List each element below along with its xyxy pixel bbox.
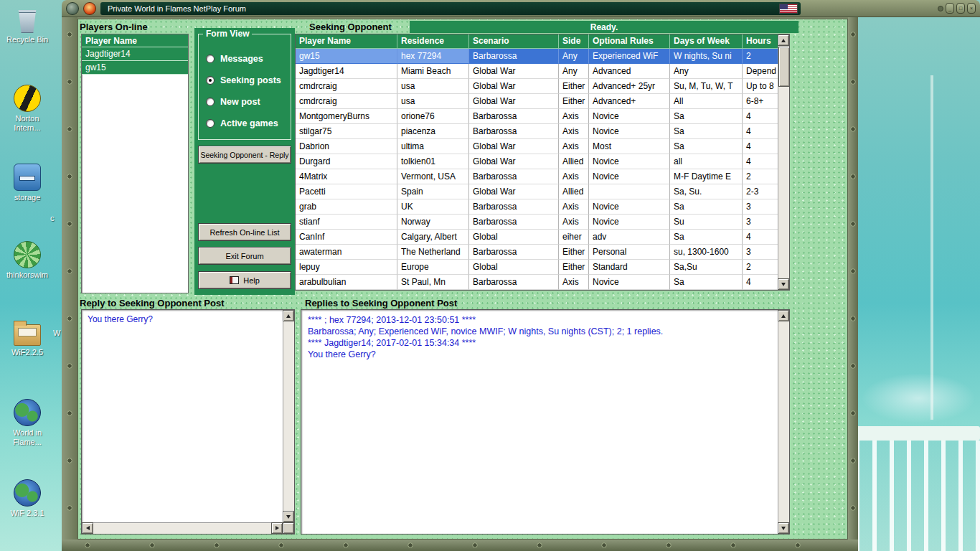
radio-label: Seeking posts: [220, 75, 281, 85]
column-header[interactable]: Hours: [743, 34, 779, 49]
reply-line: **** Jagdtiger14; 2017-02-01 15:34:34 **…: [308, 337, 772, 349]
window-menu-icon[interactable]: [938, 6, 943, 11]
refresh-online-list-button[interactable]: Refresh On-line List: [198, 223, 291, 241]
reply-vscrollbar[interactable]: [283, 310, 294, 522]
table-cell: Up to 8: [743, 79, 779, 94]
minimize-button[interactable]: _: [946, 3, 954, 14]
column-header[interactable]: Optional Rules: [589, 34, 670, 49]
desktop-icon-thinkorswim[interactable]: thinkorswim: [1, 241, 53, 280]
table-row[interactable]: CanInfCalgary, AlbertGlobaleiheradvSa4: [296, 230, 779, 245]
table-cell: Any: [559, 64, 589, 79]
radio-label: Messages: [220, 54, 263, 64]
table-row[interactable]: cmdrcraigusaGlobal WarEitherAdvanced+ 25…: [296, 79, 779, 94]
desktop-icon-wif225[interactable]: WiF2.2.5: [1, 320, 53, 357]
table-cell: gw15: [296, 49, 397, 64]
reply-hscrollbar[interactable]: [82, 522, 283, 534]
help-button[interactable]: Help: [198, 271, 291, 289]
table-cell: Barbarossa: [469, 109, 559, 124]
seeking-opponent-reply-button[interactable]: Seeking Opponent - Reply: [198, 146, 291, 164]
table-cell: usa: [397, 94, 469, 109]
desktop-icon-wif231[interactable]: WiF 2.3.1: [1, 479, 53, 518]
scroll-left-icon[interactable]: [82, 522, 93, 534]
table-cell: Novice: [589, 215, 670, 230]
table-row[interactable]: Jagdtiger14Miami BeachGlobal WarAnyAdvan…: [296, 64, 779, 79]
players-online-list[interactable]: Player Name Jagdtiger14gw15: [81, 34, 189, 293]
app-flame-icon[interactable]: [83, 2, 96, 15]
column-header[interactable]: Scenario: [469, 34, 559, 49]
desktop-icon-label: storage: [1, 193, 53, 202]
radio-seeking-posts[interactable]: Seeking posts: [206, 75, 281, 86]
table-cell: Barbarossa: [469, 215, 559, 230]
player-list-item[interactable]: gw15: [82, 61, 188, 75]
reply-button-label: Seeking Opponent - Reply: [200, 151, 288, 159]
column-header[interactable]: Player Name: [296, 34, 397, 49]
table-row[interactable]: awatermanThe NetherlandBarbarossaEitherP…: [296, 245, 779, 260]
reply-line: Barbarossa; Any; Experienced WiF, novice…: [308, 326, 772, 337]
table-cell: Su, M, Tu, W, T: [670, 79, 743, 94]
table-row[interactable]: gw15hex 77294BarbarossaAnyExperienced Wi…: [296, 49, 779, 64]
maximize-button[interactable]: □: [956, 3, 965, 14]
table-row[interactable]: DabrionultimaGlobal WarAxisMostSa4: [296, 139, 779, 154]
table-row[interactable]: grabUKBarbarossaAxisNoviceSa3: [296, 199, 779, 215]
partial-icon-label: W: [53, 329, 60, 337]
table-row[interactable]: arabulbulianSt Paul, MnBarbarossaAxisNov…: [296, 275, 779, 290]
scroll-down-icon[interactable]: [778, 278, 789, 290]
form-view-title: Form View: [203, 29, 252, 39]
window-title: Private World in Flames NetPlay Forum: [108, 4, 246, 13]
table-cell: 4: [743, 275, 779, 290]
scroll-up-icon[interactable]: [283, 310, 294, 321]
desktop-icon-world-in-flames[interactable]: World in Flame...: [1, 399, 53, 447]
table-cell: Sa: [670, 139, 743, 154]
form-view-groupbox: Form View MessagesSeeking postsNew postA…: [198, 34, 291, 140]
radio-active-games[interactable]: Active games: [206, 118, 278, 129]
scroll-up-icon[interactable]: [778, 310, 789, 321]
desktop-icon-label: Norton Intern...: [1, 114, 53, 133]
table-cell: Any: [559, 49, 589, 64]
table-row[interactable]: Durgardtolkien01Global WarAlliedNoviceal…: [296, 154, 779, 169]
desktop-icon-storage[interactable]: storage: [1, 164, 53, 202]
reply-line: **** ; hex 77294; 2013-12-01 23:50:51 **…: [308, 314, 772, 326]
table-cell: Axis: [559, 139, 589, 154]
replies-textarea[interactable]: **** ; hex 77294; 2013-12-01 23:50:51 **…: [301, 309, 790, 534]
table-cell: cmdrcraig: [296, 94, 397, 109]
table-row[interactable]: stianfNorwayBarbarossaAxisNoviceSu3: [296, 215, 779, 230]
scroll-down-icon[interactable]: [778, 522, 789, 534]
scroll-down-icon[interactable]: [283, 511, 294, 522]
titlebar[interactable]: Private World in Flames NetPlay Forum _ …: [62, 0, 980, 17]
scroll-right-icon[interactable]: [271, 522, 283, 534]
partial-icon-label: c: [50, 214, 55, 222]
desktop-icon-recycle-bin[interactable]: Recycle Bin: [1, 6, 53, 44]
table-cell: Novice: [589, 154, 670, 169]
window-border-left: [62, 17, 77, 551]
player-list-item[interactable]: Jagdtiger14: [82, 47, 188, 61]
table-row[interactable]: PacettiSpainGlobal WarAlliedSa, Su.2-3: [296, 184, 779, 199]
radio-new-post[interactable]: New post: [206, 96, 260, 108]
table-cell: Global: [469, 260, 559, 275]
scroll-up-icon[interactable]: [778, 34, 789, 46]
recycle-bin-icon: [14, 6, 41, 33]
players-online-heading: Players On-line: [80, 22, 148, 32]
table-cell: Su: [670, 215, 743, 230]
scrollbar-thumb[interactable]: [778, 47, 790, 87]
table-cell: Vermont, USA: [397, 169, 469, 184]
back-icon[interactable]: [66, 2, 79, 15]
close-button[interactable]: ×: [967, 3, 976, 14]
column-header[interactable]: Days of Week: [670, 34, 743, 49]
column-header[interactable]: Residence: [397, 34, 469, 49]
table-row[interactable]: lepuyEuropeGlobalEitherStandardSa,Su2: [296, 260, 779, 275]
table-row[interactable]: stilgar75piacenzaBarbarossaAxisNoviceSa4: [296, 124, 779, 139]
table-row[interactable]: cmdrcraigusaGlobal WarEitherAdvanced+All…: [296, 94, 779, 109]
desktop-icon-label: WiF2.2.5: [1, 348, 53, 357]
exit-forum-button[interactable]: Exit Forum: [198, 247, 291, 265]
column-header[interactable]: Side: [559, 34, 589, 49]
reply-textarea[interactable]: You there Gerry?: [81, 309, 295, 534]
desktop-icon-norton[interactable]: Norton Intern...: [1, 85, 53, 133]
table-row[interactable]: 4MatrixVermont, USABarbarossaAxisNoviceM…: [296, 169, 779, 184]
table-cell: Barbarossa: [469, 275, 559, 290]
table-cell: MontgomeryBurns: [296, 109, 397, 124]
replies-vscrollbar[interactable]: [778, 310, 789, 534]
title-strip: Private World in Flames NetPlay Forum: [100, 2, 801, 15]
radio-messages[interactable]: Messages: [206, 53, 263, 65]
table-scrollbar[interactable]: [778, 34, 789, 290]
table-row[interactable]: MontgomeryBurnsorione76BarbarossaAxisNov…: [296, 109, 779, 124]
